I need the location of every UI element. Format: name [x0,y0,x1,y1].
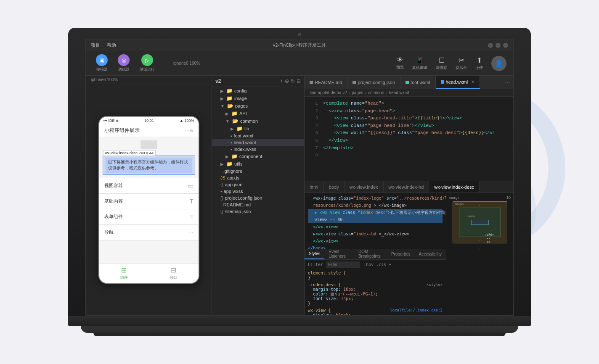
html-line-8: </body> [308,245,443,249]
tree-item-index-wxss[interactable]: ▪ index.wxss [212,146,304,153]
nav-item-components[interactable]: ⊞ 组件 [99,264,149,283]
list-item-0[interactable]: 视图容器 ▭ [99,178,199,194]
tree-item-image[interactable]: ▶ 📁 image [212,95,304,102]
folder-icon-component: 📁 [231,153,238,159]
title-bar-menu: 项目 帮助 [91,42,116,48]
real-machine-action[interactable]: 📱 真机调试 [412,56,427,71]
tab-overflow-button[interactable]: ··· [501,79,513,86]
nav-icon-interface: ⊟ [171,266,176,274]
tree-label-api: API [239,111,247,116]
tree-item-component[interactable]: ▶ 📁 component [212,153,304,160]
debug-button[interactable]: ◎ 调试器 [114,53,133,74]
bm-margin-right-val: - [504,221,505,224]
html-tab-html[interactable]: html [305,181,324,193]
editor-main: README.md project.config.json foot.wxml [305,76,513,315]
inspector-tab-styles[interactable]: Styles [305,249,324,259]
window-close-btn[interactable] [488,43,493,48]
list-icon-3: ··· [188,229,193,236]
tree-item-readme[interactable]: · README.md [212,201,304,208]
box-model-diagram: margin - - - - border [453,201,507,243]
code-line-4: <view class="page-head-line"></view> [323,122,513,130]
tree-label-head-wxml: head.wxml [234,140,256,145]
menu-item-project[interactable]: 项目 [91,42,100,48]
tree-item-app-js[interactable]: JS app.js [212,174,304,181]
tab-project-config[interactable]: project.config.json [347,76,400,89]
phone-highlight-text: 以下将展示小程序官方组件能力，组件样式仅供参考，程式仅供参考。 [106,158,192,173]
device-label: iphone6 100% [173,61,200,66]
inspector-tab-accessibility[interactable]: Accessibility [415,249,446,259]
tree-item-foot-wxml[interactable]: ▪ foot.wxml [212,132,304,139]
html-tab-body[interactable]: body [324,181,345,193]
simulate-button[interactable]: ▣ 模拟器 [93,53,111,74]
tree-item-sitemap[interactable]: {} sitemap.json [212,208,304,215]
style-selector-wx-view: wx-view { localfile:/.index.css:2 [308,308,443,313]
inspector-tab-dom-breakpoints[interactable]: DOM Breakpoints [354,249,387,259]
upload-icon: ⬆ [477,56,482,64]
tree-item-common[interactable]: ▼ 📂 common [212,117,304,125]
list-item-2[interactable]: 表单组件 ≡ [99,209,199,225]
style-source-wx-view[interactable]: localfile:/.index.css:2 [390,308,443,312]
box-model-margin-val: 10 [506,195,511,200]
inspector-tab-properties[interactable]: Properties [387,249,415,259]
tree-item-lib[interactable]: ▶ 📁 lib [212,125,304,132]
cut-logs-action[interactable]: ✂ 切后台 [456,56,467,71]
tree-item-gitignore[interactable]: · .gitignore [212,168,304,174]
tree-item-config[interactable]: ▶ 📁 config [212,87,304,95]
preview-action[interactable]: 👁 预览 [396,56,404,70]
styles-filter-input[interactable] [326,261,360,268]
collapse-icon[interactable]: ⊟ [297,78,301,84]
tree-item-api[interactable]: ▶ 📁 API [212,110,304,117]
html-line-4: view> == $0 [308,216,443,223]
tree-item-app-json[interactable]: {} app.json [212,181,304,188]
html-line-2: resources/kind/logo.png">_</wx-image> [308,202,443,209]
list-icon-1: T [190,198,193,205]
tree-label-sitemap: sitemap.json [225,209,251,214]
html-inspector[interactable]: <wx-image class="index-logo" src="../res… [305,193,446,249]
list-item-1[interactable]: 基础内容 T [99,194,199,209]
new-file-icon[interactable]: + [280,78,283,84]
inspector-tab-event-listeners[interactable]: Event Listeners [324,249,354,259]
test-button[interactable]: ▷ 测试运行 [136,53,158,74]
code-content[interactable]: <template name="head"> <view class="page… [320,97,513,181]
html-tab-wxview-index-hd[interactable]: wx-view.index-hd [384,181,429,193]
window-maximize-btn[interactable] [503,43,508,48]
html-line-5: </wx-view> [308,223,443,230]
tree-label-app-wxss: app.wxss [224,189,243,194]
folder-icon-pages: 📂 [227,103,233,109]
tree-item-app-wxss[interactable]: ▪ app.wxss [212,188,304,195]
tab-foot-wxml[interactable]: foot.wxml [400,76,435,89]
html-tab-wxview-index[interactable]: wx-view.index [345,181,384,193]
phone-status-bar: ▪▪▪ IDE ◈ 10:01 ▲ 100% [99,117,199,124]
nav-item-interface[interactable]: ⊟ 接口 [149,264,199,283]
tab-label-foot-wxml: foot.wxml [411,80,430,85]
tab-label-project-config: project.config.json [358,80,395,85]
toolbar-mode-buttons: ▣ 模拟器 ◎ 调试器 ▷ 测试运行 [93,53,158,74]
bm-margin-left-val: - [455,221,456,224]
list-item-3[interactable]: 导航 ··· [99,225,199,240]
tab-head-wxml[interactable]: head.wxml ✕ [436,76,480,89]
line-num-5: 5 [306,129,318,137]
menu-item-help[interactable]: 帮助 [107,42,116,48]
window-minimize-btn[interactable] [496,43,501,48]
box-model-title: margin [449,195,461,200]
tree-item-utils[interactable]: ▶ 📁 utils [212,160,304,168]
tab-readme[interactable]: README.md [305,76,347,89]
nav-label-components: 组件 [120,275,128,280]
new-folder-icon[interactable]: ⊕ [285,78,289,84]
html-tab-wxview-index-desc[interactable]: wx-view.index-desc [429,181,480,193]
tab-close-head-wxml[interactable]: ✕ [471,79,474,84]
phone-title: 小程序组件展示 [104,127,140,134]
laptop-screen-frame: 项目 帮助 v2-FinClip小程序开发工具 ▣ [68,28,531,316]
tree-item-pages[interactable]: ▼ 📂 pages [212,102,304,110]
bm-border-label: border [467,215,475,218]
tree-item-head-wxml[interactable]: ▪ head.wxml [212,139,304,146]
style-selector-index-desc: .index-desc { <style> [308,282,443,287]
user-avatar[interactable]: 👤 [491,56,506,71]
tree-item-project-config[interactable]: {} project.config.json [212,195,304,201]
upload-action[interactable]: ⬆ 上传 [475,56,483,71]
bm-margin: margin - - - - border [453,201,507,243]
clear-cache-action[interactable]: ☐ 清缓存 [436,56,447,71]
refresh-icon[interactable]: ↻ [291,78,295,84]
window-controls [488,43,508,48]
preview-icon: 👁 [397,56,403,64]
